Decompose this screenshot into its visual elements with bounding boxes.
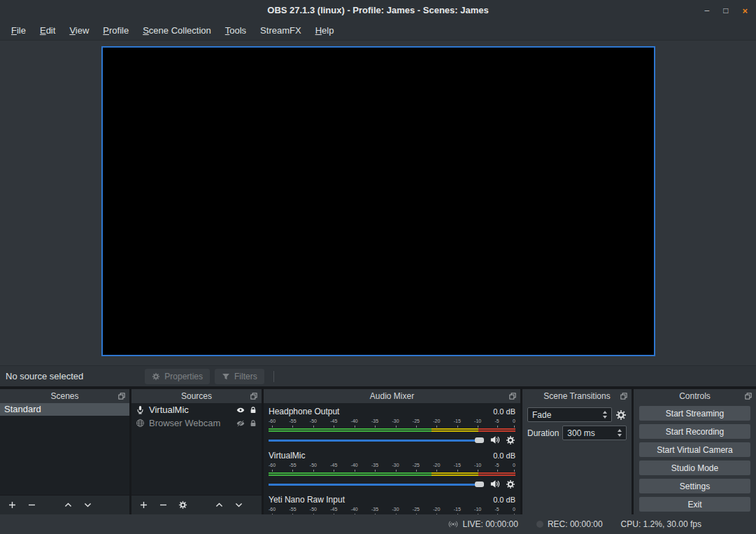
dock-popout-icon xyxy=(250,392,258,400)
statusbar: LIVE: 00:00:00 REC: 00:00:00 CPU: 1.2%, … xyxy=(0,514,756,534)
audio-mixer-title: Audio Mixer xyxy=(370,391,414,401)
source-move-up-button[interactable] xyxy=(215,500,224,510)
scale-tick: -20 xyxy=(433,462,440,469)
scene-item-standard[interactable]: Standard xyxy=(0,403,129,416)
duration-spinbox[interactable]: 300 ms xyxy=(562,426,627,440)
minimize-button[interactable]: – xyxy=(704,6,709,15)
visibility-icon[interactable] xyxy=(236,406,245,414)
remove-scene-button[interactable] xyxy=(27,500,36,510)
filter-icon xyxy=(222,372,230,381)
control-button[interactable]: Studio Mode xyxy=(639,461,750,475)
scale-tick: -55 xyxy=(289,418,296,425)
scale-tick: -50 xyxy=(310,462,317,469)
control-button[interactable]: Start Virtual Camera xyxy=(639,442,750,457)
source-toolbar: No source selected Properties Filters xyxy=(0,365,756,386)
add-scene-button[interactable] xyxy=(8,500,17,510)
source-name[interactable]: VirtualMic xyxy=(149,405,189,415)
volume-slider[interactable] xyxy=(269,479,484,489)
controls-title: Controls xyxy=(679,391,711,401)
menu-item[interactable]: Edit xyxy=(33,23,62,38)
scenes-dock-header[interactable]: Scenes xyxy=(0,389,129,403)
gear-icon[interactable] xyxy=(506,479,515,489)
transition-settings-gear-icon[interactable] xyxy=(615,409,627,421)
slider-handle[interactable] xyxy=(475,482,484,487)
volume-meter xyxy=(269,472,515,476)
lock-icon[interactable] xyxy=(249,419,257,428)
toolbar-separator xyxy=(273,371,274,382)
filters-button[interactable]: Filters xyxy=(215,369,264,384)
speaker-icon[interactable] xyxy=(490,479,500,489)
scale-tick: -60 xyxy=(269,418,276,425)
scenes-toolbar xyxy=(0,495,129,514)
scale-tick: -45 xyxy=(330,462,337,469)
menu-item[interactable]: Scene Collection xyxy=(136,23,218,38)
transition-selected-value: Fade xyxy=(532,410,551,420)
dock-popout-icon xyxy=(508,392,517,400)
mixer-channel-yeti-nano: Yeti Nano Raw Input 0.0 dB -60-55-50-45-… xyxy=(265,491,519,513)
control-button[interactable]: Settings xyxy=(639,479,750,493)
preview-canvas[interactable] xyxy=(101,46,655,356)
menu-item[interactable]: View xyxy=(62,23,96,38)
scale-tick: -10 xyxy=(474,418,481,425)
menu-item[interactable]: StreamFX xyxy=(253,23,308,38)
source-row-browser-webcam[interactable]: Browser Webcam xyxy=(131,416,262,430)
controls-header[interactable]: Controls xyxy=(634,389,756,403)
dock-popout-icon xyxy=(620,392,628,400)
transition-select[interactable]: Fade xyxy=(527,407,612,422)
source-name[interactable]: Browser Webcam xyxy=(149,418,220,428)
docks-row: Scenes Standard Sources xyxy=(0,386,756,514)
scenes-dock: Scenes Standard xyxy=(0,389,129,514)
menu-item[interactable]: File xyxy=(4,23,33,38)
scale-tick: -50 xyxy=(310,506,317,513)
menu-item[interactable]: Tools xyxy=(218,23,253,38)
control-button[interactable]: Start Recording xyxy=(639,424,750,439)
scale-tick: -30 xyxy=(392,418,399,425)
scene-move-down-button[interactable] xyxy=(83,500,92,510)
maximize-button[interactable]: □ xyxy=(723,6,728,15)
control-button[interactable]: Start Streaming xyxy=(639,406,750,421)
scale-tick: -55 xyxy=(289,506,296,513)
close-button[interactable]: × xyxy=(742,6,748,15)
scale-tick: -5 xyxy=(494,462,499,469)
globe-icon xyxy=(136,419,145,428)
source-row-virtualmic[interactable]: VirtualMic xyxy=(131,403,262,416)
gear-icon[interactable] xyxy=(506,435,515,445)
scale-tick: -45 xyxy=(330,506,337,513)
source-move-down-button[interactable] xyxy=(234,500,243,510)
record-dot-icon xyxy=(536,521,543,528)
remove-source-button[interactable] xyxy=(159,500,168,510)
slider-handle[interactable] xyxy=(475,437,484,443)
sources-dock-header[interactable]: Sources xyxy=(131,389,262,403)
spinbox-arrows-icon[interactable] xyxy=(618,429,622,437)
scale-tick: -35 xyxy=(371,506,378,513)
properties-button[interactable]: Properties xyxy=(145,369,210,384)
volume-slider[interactable] xyxy=(269,435,484,445)
visibility-off-icon[interactable] xyxy=(236,419,245,428)
properties-label: Properties xyxy=(164,372,203,381)
audio-mixer-header[interactable]: Audio Mixer xyxy=(264,389,520,403)
scene-transitions-header[interactable]: Scene Transitions xyxy=(522,389,632,403)
scale-tick: -5 xyxy=(494,506,499,513)
titlebar[interactable]: OBS 27.1.3 (linux) - Profile: James - Sc… xyxy=(0,0,756,21)
scale-tick: -20 xyxy=(433,506,440,513)
scene-transitions-title: Scene Transitions xyxy=(543,391,610,401)
scale-tick: -40 xyxy=(351,462,358,469)
scale-tick: -35 xyxy=(371,418,378,425)
scale-tick: -15 xyxy=(454,506,461,513)
source-properties-gear-icon[interactable] xyxy=(178,500,187,510)
lock-icon[interactable] xyxy=(249,406,257,414)
combo-arrows-icon[interactable] xyxy=(603,411,607,419)
obs-window: OBS 27.1.3 (linux) - Profile: James - Sc… xyxy=(0,0,756,534)
control-button[interactable]: Exit xyxy=(639,497,750,512)
add-source-button[interactable] xyxy=(139,500,148,510)
menu-item[interactable]: Help xyxy=(308,23,341,38)
scale-tick: -30 xyxy=(392,506,399,513)
speaker-icon[interactable] xyxy=(490,435,500,445)
scene-move-up-button[interactable] xyxy=(64,500,73,510)
dock-popout-icon xyxy=(117,392,126,400)
source-toolbar-buttons: Properties Filters xyxy=(145,369,273,384)
scale-tick: -50 xyxy=(310,418,317,425)
cpu-fps-stats: CPU: 1.2%, 30.00 fps xyxy=(621,519,701,529)
scene-transitions-body: Fade Duration 300 ms xyxy=(522,403,632,444)
menu-item[interactable]: Profile xyxy=(96,23,136,38)
